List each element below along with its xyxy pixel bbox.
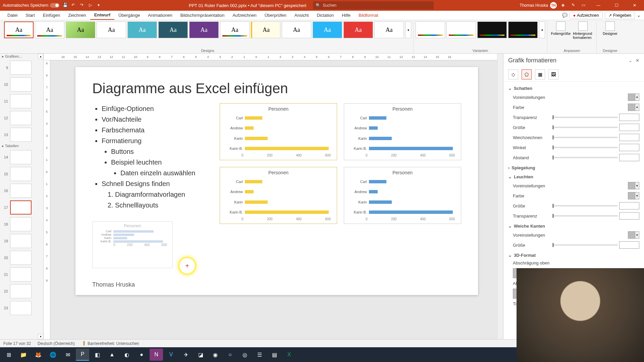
- design-thumb[interactable]: Aa: [127, 21, 157, 38]
- section-spiegelung[interactable]: ›Spiegelung: [508, 163, 639, 172]
- tab-ansicht[interactable]: Ansicht: [290, 11, 313, 20]
- pane-options-icon[interactable]: ⌄: [629, 58, 632, 63]
- slide-thumbnail[interactable]: 18: [0, 216, 43, 233]
- user-account[interactable]: Thomas Hruska TH: [520, 2, 557, 9]
- shadow-angle-input[interactable]: [619, 144, 639, 151]
- chart[interactable]: PersonenCarlAndrewKarinKarin B.020040060…: [220, 167, 337, 224]
- section-weiche-kanten[interactable]: ⌄Weiche Kanten: [508, 221, 639, 230]
- slide-thumbnail[interactable]: 9: [0, 59, 43, 76]
- app-icon[interactable]: ◪: [194, 349, 207, 361]
- pane-close-icon[interactable]: ✕: [636, 58, 639, 63]
- shadow-distance-input[interactable]: [619, 154, 639, 161]
- glow-size-slider[interactable]: [552, 205, 618, 206]
- section-3d-format[interactable]: ⌄3D-Format: [508, 250, 639, 259]
- powerpoint-icon[interactable]: P: [76, 349, 89, 361]
- design-thumb[interactable]: Aa: [4, 21, 34, 38]
- app-icon[interactable]: ◎: [238, 349, 252, 361]
- tab-zeichnen[interactable]: Zeichnen: [64, 11, 90, 20]
- tab-uebergaenge[interactable]: Übergänge: [114, 11, 144, 20]
- file-explorer-icon[interactable]: 📁: [17, 349, 30, 361]
- tab-einfuegen[interactable]: Einfügen: [39, 11, 64, 20]
- slide-thumbnail[interactable]: 15: [0, 166, 43, 182]
- app-icon[interactable]: ▤: [268, 349, 281, 361]
- chart[interactable]: PersonenCarlAndrewKarinKarin B.020040060…: [220, 103, 337, 160]
- minimize-button[interactable]: —: [592, 3, 605, 8]
- excel-icon[interactable]: X: [282, 349, 296, 361]
- paint-icon[interactable]: ✎: [572, 3, 577, 8]
- save-icon[interactable]: 💾: [63, 3, 68, 8]
- design-thumb[interactable]: Aa: [35, 21, 64, 38]
- slide-thumbnail[interactable]: 11: [0, 93, 43, 110]
- app-icon[interactable]: ◧: [91, 349, 104, 361]
- designs-more-button[interactable]: ▾: [405, 21, 411, 38]
- shadow-transparency-slider[interactable]: [552, 117, 618, 118]
- chrome-icon[interactable]: 🌐: [46, 349, 60, 361]
- app-icon[interactable]: ○: [223, 349, 237, 361]
- slide-thumbnail[interactable]: 21: [0, 266, 43, 283]
- section-leuchten[interactable]: ⌄Leuchten: [508, 172, 639, 181]
- shadow-size-slider[interactable]: [552, 127, 618, 128]
- soft-size-slider[interactable]: [552, 244, 618, 246]
- shadow-transparency-input[interactable]: [619, 114, 639, 121]
- design-thumb[interactable]: Aa: [189, 21, 219, 38]
- autosave-toggle[interactable]: Automatisches Speichern: [3, 3, 59, 8]
- firefox-icon[interactable]: 🦊: [32, 349, 45, 361]
- shadow-presets-picker[interactable]: ▾: [628, 94, 639, 101]
- slide-thumbnail[interactable]: 22: [0, 283, 43, 300]
- shadow-size-input[interactable]: [619, 124, 639, 131]
- tab-datei[interactable]: Datei: [3, 11, 21, 20]
- slide-thumbnail[interactable]: 16: [0, 182, 43, 199]
- variants-gallery[interactable]: ▾: [416, 21, 545, 38]
- design-thumb[interactable]: Aa: [66, 21, 95, 38]
- cloud-icon[interactable]: ◈: [561, 3, 567, 8]
- slide-thumbnail[interactable]: 23: [0, 300, 43, 316]
- tab-hilfe[interactable]: Hilfe: [338, 11, 355, 20]
- scroll-up-button[interactable]: ▴: [38, 54, 43, 59]
- vertical-scrollbar[interactable]: [497, 54, 503, 339]
- maximize-button[interactable]: ☐: [610, 3, 623, 8]
- tab-aufzeichnen[interactable]: Aufzeichnen: [228, 11, 261, 20]
- more-qat-icon[interactable]: ▾: [98, 3, 103, 8]
- app-icon[interactable]: ◉: [209, 349, 222, 361]
- variant-thumb[interactable]: [446, 21, 476, 38]
- design-thumb[interactable]: Aa: [343, 21, 373, 38]
- vlc-icon[interactable]: ▲: [105, 349, 119, 361]
- design-thumb[interactable]: Aa: [220, 21, 250, 38]
- app-icon[interactable]: ☰: [253, 349, 266, 361]
- glow-transparency-input[interactable]: [619, 212, 639, 220]
- floating-chart[interactable]: PersonenCarlAndrewKarinKarin B.020040060…: [92, 221, 173, 268]
- collapse-ribbon-icon[interactable]: ⌄: [637, 13, 641, 18]
- accessibility-check[interactable]: 🧍 Barrierefreiheit: Untersuchen: [82, 341, 139, 346]
- variant-thumb[interactable]: [416, 21, 445, 38]
- undo-icon[interactable]: ↶: [71, 3, 77, 8]
- close-button[interactable]: ✕: [628, 3, 641, 8]
- effects-tab-icon[interactable]: ⬠: [522, 69, 532, 79]
- glow-transparency-slider[interactable]: [552, 215, 618, 217]
- designer-button[interactable]: Designer: [600, 21, 620, 36]
- size-tab-icon[interactable]: ▦: [535, 69, 545, 79]
- tab-ueberpruefen[interactable]: Überprüfen: [261, 11, 290, 20]
- tab-entwurf[interactable]: Entwurf: [90, 11, 114, 20]
- chart[interactable]: PersonenCarlAndrewKarinKarin B.020040060…: [344, 167, 461, 224]
- slide-thumbnail[interactable]: 13: [0, 126, 43, 143]
- ribbon-mode-icon[interactable]: ▭: [582, 3, 587, 8]
- shadow-color-picker[interactable]: ▾: [628, 104, 639, 111]
- slide-thumbnail[interactable]: 20: [0, 249, 43, 266]
- background-format-button[interactable]: Hintergrund formatieren: [573, 21, 593, 40]
- tab-bildschirm[interactable]: Bildschirmpräsentation: [176, 11, 229, 20]
- shadow-angle-slider[interactable]: [552, 147, 618, 148]
- onenote-icon[interactable]: N: [150, 349, 163, 361]
- tab-animationen[interactable]: Animationen: [144, 11, 176, 20]
- tab-dictation[interactable]: Dictation: [313, 11, 338, 20]
- glow-color-picker[interactable]: ▾: [628, 192, 639, 199]
- slide-thumbnail[interactable]: 10: [0, 76, 43, 93]
- soft-presets-picker[interactable]: ▾: [628, 231, 639, 239]
- tab-bildformat[interactable]: Bildformat: [355, 11, 382, 20]
- slide-thumbnail[interactable]: 14: [0, 149, 43, 166]
- slide-counter[interactable]: Folie 17 von 32: [3, 341, 31, 346]
- language-indicator[interactable]: Deutsch (Österreich): [38, 341, 75, 346]
- glow-size-input[interactable]: [619, 202, 639, 209]
- glow-presets-picker[interactable]: ▾: [628, 182, 639, 189]
- scroll-down-button[interactable]: ▾: [38, 334, 43, 339]
- section-schatten[interactable]: ⌄Schatten: [508, 83, 639, 92]
